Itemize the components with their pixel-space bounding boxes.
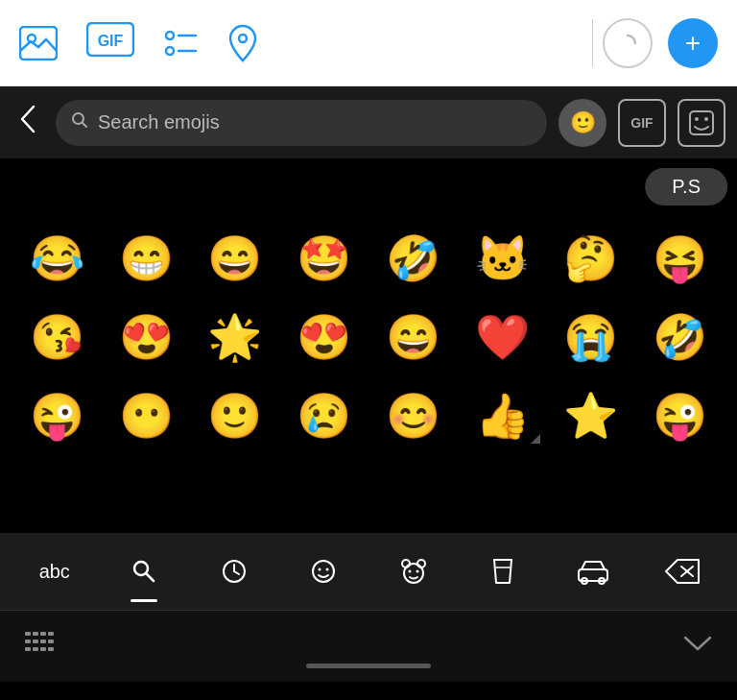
svg-point-5 <box>166 47 174 55</box>
svg-point-20 <box>319 568 321 571</box>
list-item[interactable]: 😄 <box>192 219 279 298</box>
keyboard-smiley-button[interactable] <box>279 533 369 610</box>
smiley-face-icon: 🙂 <box>570 110 596 135</box>
grid-dots-icon <box>23 630 58 657</box>
list-item[interactable]: 😢 <box>280 376 368 455</box>
list-item[interactable]: 👍 <box>459 376 546 455</box>
gif-tab-label: GIF <box>630 115 653 131</box>
list-item[interactable]: 😜 <box>636 376 724 455</box>
svg-rect-37 <box>40 632 46 636</box>
svg-point-12 <box>695 117 699 121</box>
list-item[interactable]: 😜 <box>13 376 101 455</box>
bottom-nav <box>0 610 737 682</box>
list-item[interactable]: 🤣 <box>369 219 457 298</box>
list-item[interactable]: 😁 <box>103 219 190 298</box>
search-icon <box>131 558 157 585</box>
svg-rect-35 <box>25 632 31 636</box>
search-placeholder: Search emojis <box>98 111 220 133</box>
add-button[interactable]: + <box>668 18 718 68</box>
list-item[interactable]: 😊 <box>369 376 457 455</box>
keyboard-cup-button[interactable] <box>459 533 549 610</box>
keyboard-bar: abc <box>0 533 737 610</box>
svg-rect-11 <box>690 111 713 134</box>
list-icon[interactable] <box>163 26 198 60</box>
toolbar-left-actions: GIF <box>19 22 582 63</box>
list-item[interactable]: 😄 <box>369 298 457 376</box>
list-item[interactable]: ⭐ <box>548 376 635 455</box>
svg-rect-41 <box>40 640 46 643</box>
list-item[interactable]: 🤣 <box>636 298 724 376</box>
ps-label: P.S <box>645 168 727 205</box>
keyboard-car-button[interactable] <box>548 533 638 610</box>
keyboard-backspace-button[interactable] <box>638 533 728 610</box>
chevron-down-icon <box>681 630 714 657</box>
list-item[interactable]: 😍 <box>103 298 190 376</box>
list-item[interactable]: 🙂 <box>192 376 279 455</box>
list-item[interactable]: ❤️ <box>459 298 546 376</box>
svg-point-19 <box>313 561 334 582</box>
keyboard-search-button[interactable] <box>100 533 190 610</box>
svg-rect-40 <box>33 640 38 643</box>
svg-point-4 <box>166 32 174 39</box>
list-item[interactable]: 🐱 <box>459 219 546 298</box>
emoji-grid-row2: 😘 😍 🌟 😍 😄 ❤️ 😭 🤣 <box>10 298 727 376</box>
toolbar-divider <box>592 19 593 67</box>
location-icon[interactable] <box>226 24 259 62</box>
svg-line-15 <box>147 574 155 582</box>
svg-point-25 <box>408 570 411 573</box>
scroll-indicator <box>306 664 431 668</box>
keyboard-abc-button[interactable]: abc <box>10 533 100 610</box>
smiley-icon <box>310 558 337 585</box>
photo-icon[interactable] <box>19 26 58 60</box>
list-item[interactable]: 🌟 <box>192 298 279 376</box>
gif-icon[interactable]: GIF <box>86 22 134 63</box>
emoji-search-header: Search emojis 🙂 GIF <box>0 86 737 158</box>
svg-point-21 <box>326 568 329 571</box>
emoji-grid-row3: 😜 😶 🙂 😢 😊 👍 ⭐ 😜 <box>10 376 727 455</box>
svg-line-18 <box>234 571 239 574</box>
svg-rect-42 <box>48 640 54 643</box>
svg-point-26 <box>416 570 418 573</box>
list-item[interactable]: 🤔 <box>548 219 635 298</box>
emoji-area: P.S 😂 😁 😄 🤩 🤣 🐱 🤔 😝 😘 😍 🌟 😍 😄 ❤️ 😭 🤣 😜 😶… <box>0 158 737 533</box>
list-item[interactable]: 😭 <box>548 298 635 376</box>
svg-rect-44 <box>33 647 38 651</box>
svg-rect-46 <box>48 647 54 651</box>
svg-rect-45 <box>40 647 46 651</box>
toolbar-circle-button[interactable] <box>603 18 653 68</box>
keyboard-grid-button[interactable] <box>23 630 58 663</box>
list-item[interactable]: 😘 <box>13 298 101 376</box>
backspace-icon <box>664 558 701 585</box>
chevron-down-button[interactable] <box>681 630 714 664</box>
svg-rect-39 <box>25 640 31 643</box>
svg-point-8 <box>239 35 247 42</box>
svg-rect-36 <box>33 632 38 636</box>
svg-text:GIF: GIF <box>98 33 124 49</box>
cup-icon <box>490 556 515 587</box>
list-item[interactable]: 😝 <box>636 219 724 298</box>
list-item[interactable]: 😂 <box>13 219 101 298</box>
car-icon <box>577 558 609 585</box>
abc-label: abc <box>39 561 70 583</box>
emoji-tab-button[interactable]: 🙂 <box>559 99 606 147</box>
svg-rect-38 <box>48 632 54 636</box>
sticker-tab-button[interactable] <box>678 99 725 147</box>
list-item[interactable]: 🤩 <box>280 219 368 298</box>
clock-icon <box>221 558 248 585</box>
keyboard-bear-button[interactable] <box>368 533 459 610</box>
keyboard-clock-button[interactable] <box>189 533 279 610</box>
list-item[interactable]: 😍 <box>280 298 368 376</box>
search-icon <box>71 111 88 133</box>
emoji-grid-row1: 😂 😁 😄 🤩 🤣 🐱 🤔 😝 <box>10 219 727 298</box>
back-button[interactable] <box>12 97 44 148</box>
svg-line-10 <box>83 123 87 128</box>
svg-point-13 <box>704 117 708 121</box>
emoji-search-bar[interactable]: Search emojis <box>56 100 547 146</box>
bear-icon <box>399 557 428 586</box>
top-toolbar: GIF + <box>0 0 737 86</box>
svg-rect-43 <box>25 647 31 651</box>
list-item[interactable]: 😶 <box>103 376 190 455</box>
gif-tab-button[interactable]: GIF <box>618 99 666 147</box>
